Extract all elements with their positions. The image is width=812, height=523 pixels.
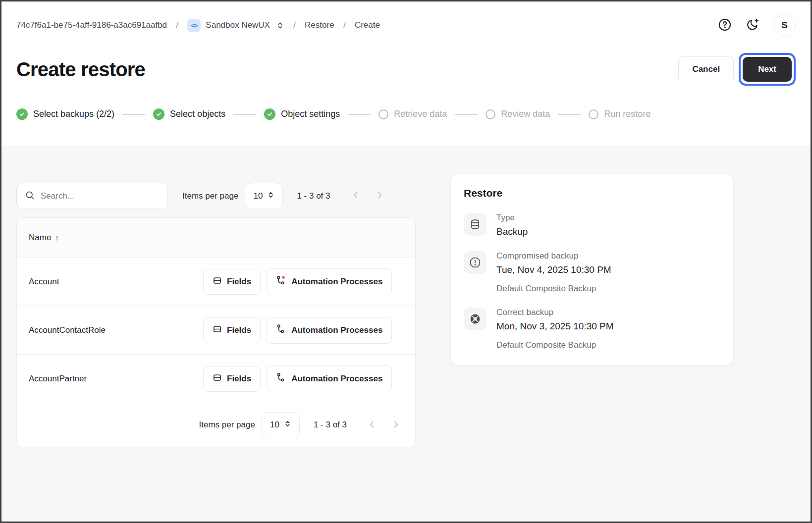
step-retrieve-data: Retrieve data (379, 109, 447, 119)
objects-table: Name ↑ Account Fields Automation Process… (16, 217, 416, 447)
pending-circle-icon (486, 109, 495, 119)
alert-octagon-icon (464, 251, 487, 274)
fields-label: Fields (227, 325, 251, 335)
chevron-left-icon (350, 190, 361, 202)
pending-circle-icon (379, 109, 388, 119)
table-footer: Items per page 10 1 - 3 of 3 (17, 403, 415, 447)
fields-label: Fields (227, 277, 251, 287)
top-bar: 74c7f6a1-be75-4aff-9186-a3ac691aafbd / <… (16, 1, 796, 49)
page-title: Create restore (16, 58, 145, 81)
next-page-button[interactable] (390, 419, 401, 431)
fields-button[interactable]: Fields (203, 366, 261, 392)
dark-mode-button[interactable] (746, 18, 759, 33)
step-label: Retrieve data (394, 109, 447, 119)
summary-item-label: Compromised backup (496, 251, 611, 261)
previous-page-button[interactable] (367, 419, 378, 431)
step-connector (558, 114, 581, 115)
pagination-range: 1 - 3 of 3 (314, 420, 347, 430)
sort-ascending-icon[interactable]: ↑ (55, 233, 59, 242)
summary-item-value: Mon, Nov 3, 2025 10:30 PM (496, 321, 614, 332)
automation-processes-button[interactable]: Automation Processes (267, 366, 392, 392)
summary-item-text: Type Backup (496, 213, 528, 237)
help-button[interactable] (718, 18, 732, 33)
summary-item-compromised-backup: Compromised backup Tue, Nov 4, 2025 10:3… (464, 251, 720, 294)
fields-icon (213, 373, 222, 385)
chevron-up-down-icon (276, 21, 284, 30)
summary-item-type: Type Backup (464, 213, 720, 237)
summary-item-text: Correct backup Mon, Nov 3, 2025 10:30 PM (496, 308, 614, 332)
cancel-button[interactable]: Cancel (678, 56, 734, 82)
step-label: Review data (501, 109, 550, 119)
row-actions: Fields Automation Processes (188, 258, 415, 306)
automation-processes-button[interactable]: Automation Processes (267, 317, 392, 344)
top-pagination: Items per page 10 1 - 3 of 3 (168, 183, 385, 209)
automation-branch-alert-icon (276, 275, 286, 288)
step-label: Run restore (604, 109, 650, 119)
name-column-header[interactable]: Name (29, 233, 51, 243)
step-label: Object settings (281, 109, 340, 119)
summary-item-value: Tue, Nov 4, 2025 10:30 PM (496, 264, 611, 275)
page-header: 74c7f6a1-be75-4aff-9186-a3ac691aafbd / <… (1, 1, 811, 146)
environment-name: Sandbox NewUX (206, 20, 270, 30)
breadcrumb: 74c7f6a1-be75-4aff-9186-a3ac691aafbd / <… (16, 19, 380, 32)
breadcrumb-separator: / (293, 20, 296, 31)
step-select-objects[interactable]: Select objects (153, 108, 225, 120)
check-circle-icon (16, 108, 28, 120)
previous-page-button[interactable] (350, 190, 361, 202)
automation-branch-icon (276, 372, 286, 385)
items-per-page-value: 10 (253, 191, 263, 201)
step-connector (455, 114, 478, 115)
next-button-highlight: Next (739, 53, 796, 86)
lifebuoy-icon (464, 308, 487, 330)
chevron-right-icon (390, 419, 401, 431)
automation-processes-button[interactable]: Automation Processes (267, 268, 392, 295)
fields-button[interactable]: Fields (203, 317, 261, 343)
breadcrumb-page: Create (355, 20, 380, 30)
next-page-button[interactable] (374, 190, 385, 202)
chevron-up-down-icon (284, 420, 291, 430)
help-icon (718, 18, 732, 33)
next-button[interactable]: Next (743, 57, 792, 82)
items-per-page-value: 10 (270, 420, 279, 430)
chevron-left-icon (367, 419, 378, 431)
items-per-page-select[interactable]: 10 (245, 183, 283, 209)
items-per-page-label: Items per page (199, 420, 255, 430)
restore-summary-panel: Restore Type Backup (450, 174, 734, 366)
step-review-data: Review data (486, 109, 550, 119)
table-header: Name ↑ (17, 218, 415, 258)
search-input[interactable] (41, 191, 160, 201)
summary-item-label: Type (496, 213, 528, 223)
automation-processes-label: Automation Processes (291, 374, 382, 384)
step-run-restore: Run restore (589, 109, 650, 119)
content-area: Items per page 10 1 - 3 of 3 (1, 146, 811, 447)
step-connector (122, 114, 145, 115)
chevron-right-icon (374, 190, 385, 202)
automation-processes-label: Automation Processes (291, 325, 382, 335)
bottom-pagination: Items per page 10 1 - 3 of 3 (199, 412, 401, 438)
search-box (16, 183, 168, 209)
avatar[interactable]: S (773, 14, 796, 37)
avatar-initial: S (781, 20, 788, 31)
breadcrumb-section[interactable]: Restore (305, 20, 334, 30)
wizard-stepper: Select backups (2/2) Select objects Obje… (16, 108, 796, 120)
items-per-page-label: Items per page (182, 191, 238, 201)
object-name: Account (17, 258, 188, 306)
step-connector (233, 114, 256, 115)
table-row: AccountContactRole Fields Automation Pro… (17, 306, 415, 355)
pagination-range: 1 - 3 of 3 (297, 191, 330, 201)
summary-item-subtext: Default Composite Backup (496, 340, 720, 350)
step-select-backups[interactable]: Select backups (2/2) (16, 108, 114, 120)
summary-item-correct-backup: Correct backup Mon, Nov 3, 2025 10:30 PM… (464, 308, 720, 350)
header-actions: Cancel Next (678, 53, 796, 86)
breadcrumb-org-id[interactable]: 74c7f6a1-be75-4aff-9186-a3ac691aafbd (16, 20, 167, 30)
fields-button[interactable]: Fields (203, 269, 261, 295)
object-name: AccountContactRole (17, 306, 188, 354)
top-bar-actions: S (718, 14, 796, 37)
step-connector (348, 114, 371, 115)
items-per-page-select[interactable]: 10 (262, 412, 300, 438)
breadcrumb-separator: / (176, 20, 178, 31)
panel-title: Restore (464, 187, 720, 199)
step-object-settings[interactable]: Object settings (264, 108, 340, 120)
environment-selector[interactable]: <> Sandbox NewUX (187, 19, 284, 32)
automation-processes-label: Automation Processes (291, 277, 382, 287)
